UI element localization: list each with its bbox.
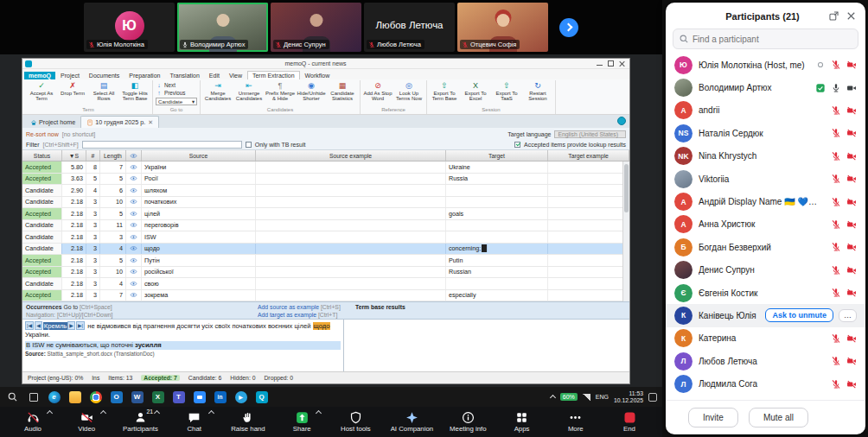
next-participants-button[interactable] (559, 18, 578, 37)
eye-icon[interactable] (126, 208, 142, 219)
more-options-button[interactable]: … (839, 309, 857, 322)
participant-row[interactable]: AАнна Христюк (666, 213, 865, 236)
eye-icon[interactable] (126, 185, 142, 196)
table-row[interactable]: Candidate2.1834щодоconcerning; (22, 244, 629, 256)
linkedin-icon[interactable]: in (213, 390, 227, 404)
table-row[interactable]: Candidate2.1833ISW (22, 231, 629, 244)
ribbon-tab-translation[interactable]: Translation (165, 72, 203, 79)
table-row[interactable]: Candidate2.1834свою (22, 278, 629, 290)
notification-center-icon[interactable] (648, 393, 657, 402)
ribbon-button-export-to-excel[interactable]: XExport To Excel (461, 80, 490, 102)
chrome-icon[interactable] (88, 390, 103, 404)
video-button[interactable]: Video (67, 408, 105, 437)
target-cell[interactable]: Putin (446, 255, 548, 266)
eye-icon[interactable] (126, 220, 142, 231)
video-tile[interactable]: Володимир Артюх (177, 3, 268, 52)
last-occurrence-icon[interactable]: ▶| (76, 321, 85, 330)
raise-hand-button[interactable]: Raise hand (229, 408, 267, 437)
close-panel-icon[interactable] (846, 10, 857, 22)
taskbar-clock[interactable]: 11:53 10.12.2025 (614, 390, 643, 404)
video-tile[interactable]: Отцевич Софія (457, 3, 548, 52)
ribbon-tab-preparation[interactable]: Preparation (124, 72, 164, 79)
table-header[interactable]: Status▼S#LengthSourceSource exampleTarge… (22, 150, 629, 162)
column-header[interactable]: Source (142, 150, 256, 161)
ribbon-button-drop-term[interactable]: ✗Drop Term (58, 80, 87, 96)
next-occurrence-block[interactable]: В ISW не сумніваються, що поточні зусилл… (25, 341, 341, 350)
prev-occurrence-icon[interactable]: ◀ (35, 321, 42, 330)
target-cell[interactable]: goals (446, 208, 548, 219)
zoom-icon[interactable] (192, 390, 207, 404)
table-row[interactable]: Accepted5.8087УкраїниUkraine (22, 162, 629, 174)
participant-row[interactable]: ЮЮлія Молоткіна (Host, me) (666, 54, 865, 76)
table-row[interactable]: Candidate2.18310початкових (22, 197, 629, 209)
folder-icon[interactable] (67, 390, 82, 404)
column-header[interactable]: Target (446, 150, 548, 161)
table-row[interactable]: Candidate2.18311переговорів (22, 220, 629, 232)
target-cell[interactable] (446, 185, 548, 196)
apps-button[interactable]: Apps (503, 408, 541, 437)
ribbon-button-prefix-merge-hide[interactable]: ¶Prefix Merge & Hide (265, 80, 295, 102)
minimize-icon[interactable] (597, 61, 603, 66)
edge-icon[interactable]: e (47, 390, 61, 404)
target-cell[interactable] (446, 278, 548, 289)
battery-percent[interactable]: 60% (560, 393, 578, 401)
memoq-titlebar[interactable]: memoQ - current news (22, 59, 629, 69)
eye-icon[interactable] (126, 278, 142, 289)
goto-label[interactable]: Go to (63, 304, 78, 310)
audio-button[interactable]: Audio (14, 408, 52, 437)
host-tools-button[interactable]: Host tools (336, 408, 374, 437)
target-cell[interactable]: Russia (446, 174, 548, 185)
ribbon-button-previous[interactable]: ↑Previous (156, 90, 197, 96)
ribbon-tab-memoq[interactable]: memoQ (24, 72, 55, 79)
end-button[interactable]: End (610, 408, 648, 437)
eye-icon[interactable] (126, 174, 142, 185)
search-icon[interactable] (5, 390, 20, 404)
video-tile[interactable]: ЮЮлія Молоткіна (84, 3, 175, 52)
table-scrollbar[interactable] (622, 162, 629, 301)
column-header[interactable]: Target example (548, 150, 629, 161)
participant-row[interactable]: ЛЛюбов Летюча (666, 350, 865, 372)
excel-icon[interactable]: X (150, 390, 165, 404)
term-base-results-pane[interactable] (344, 320, 629, 371)
options-chevron-icon[interactable] (47, 409, 53, 415)
options-chevron-icon[interactable] (154, 409, 160, 415)
ribbon-button-hide-unhide-shorter[interactable]: ◉Hide/Unhide Shorter (297, 80, 326, 102)
eye-icon[interactable] (126, 244, 142, 255)
chat-button[interactable]: Chat (176, 408, 214, 437)
ribbon-tab-workflow[interactable]: Workflow (301, 72, 335, 79)
ribbon-button-next[interactable]: ↓Next (156, 82, 197, 88)
column-header[interactable]: ▼S (62, 150, 86, 161)
more-button[interactable]: More (557, 408, 595, 437)
video-tile[interactable]: Денис Супрун (271, 3, 361, 52)
ribbon-button-accept-as-term[interactable]: ✓Accept As Term (27, 80, 56, 102)
table-row[interactable]: Accepted2.1835ПутінPutin (22, 255, 629, 267)
ribbon-tab-view[interactable]: View (225, 72, 246, 79)
participant-search[interactable] (673, 28, 858, 49)
eye-icon[interactable] (126, 267, 142, 278)
invite-button[interactable]: Invite (688, 408, 738, 428)
options-chevron-icon[interactable] (316, 409, 322, 415)
target-cell[interactable]: Ukraine (446, 162, 548, 173)
input-language[interactable]: ENG (596, 394, 609, 400)
eye-icon[interactable] (126, 255, 142, 266)
ribbon-tab-edit[interactable]: Edit (205, 72, 224, 79)
share-button[interactable]: Share (283, 408, 321, 437)
word-icon[interactable]: W (130, 390, 144, 404)
document-tab[interactable]: Project home (25, 117, 80, 128)
column-header[interactable]: # (86, 150, 100, 161)
add-target-link[interactable]: Add target as example (258, 312, 316, 318)
table-row[interactable]: Candidate2.9046шляхом (22, 185, 629, 197)
participants-button[interactable]: Participants21 (121, 408, 159, 437)
meeting-info-button[interactable]: Meeting info (449, 408, 487, 437)
first-occurrence-icon[interactable]: |◀ (25, 321, 34, 330)
participant-row[interactable]: ККатерина (666, 327, 865, 350)
add-source-link[interactable]: Add source as example (258, 304, 319, 310)
memoq-icon[interactable]: Q (254, 390, 269, 404)
assistant-icon[interactable] (617, 117, 626, 125)
ribbon-button-toggle-hits-term-base[interactable]: ◧Toggle Hits Term Base (120, 80, 150, 102)
target-cell[interactable] (446, 197, 548, 208)
target-cell[interactable] (446, 231, 548, 243)
table-row[interactable]: Accepted2.18310російськоїRussian (22, 267, 629, 279)
lookup-checkbox[interactable] (514, 142, 520, 148)
task-view-icon[interactable] (26, 390, 41, 404)
